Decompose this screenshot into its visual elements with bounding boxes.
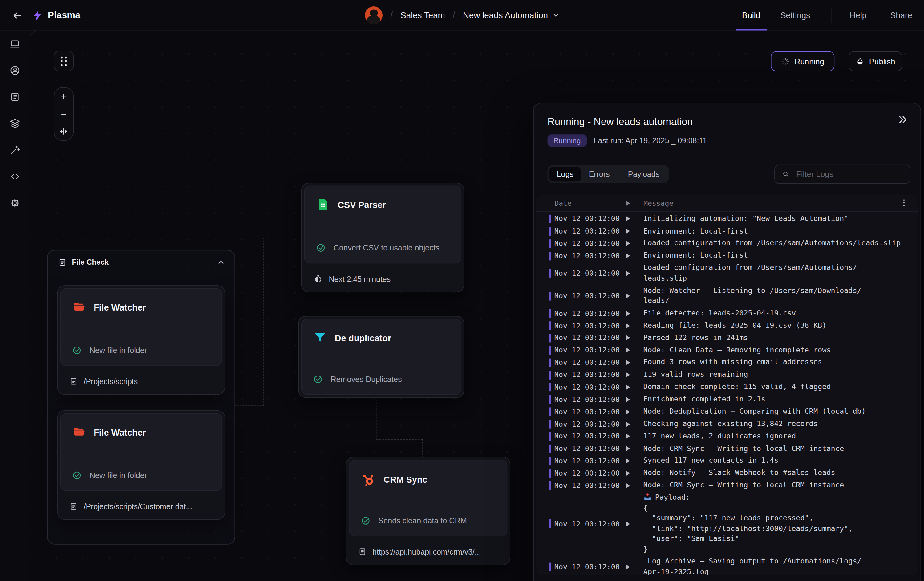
log-row[interactable]: Nov 12 00:12:00Checking against existing… [536,418,918,430]
row-expand-arrow[interactable] [626,348,630,352]
log-row[interactable]: Nov 12 00:12:00Node: CRM Sync — Writing … [536,443,918,455]
log-message: Synced 117 new contacts in 1.4s [644,456,779,466]
log-row[interactable]: Nov 12 00:12:00Loaded configuration from… [536,262,918,284]
row-expand-arrow[interactable] [626,271,630,276]
log-row[interactable]: Nov 12 00:12:00Enrichment completed in 2… [536,393,918,406]
filter-logs-field[interactable] [774,165,911,184]
breadcrumb-team[interactable]: Sales Team [400,10,445,20]
log-tabs: Logs Errors Payloads [547,165,669,183]
tab-build[interactable]: Build [742,0,761,30]
zoom-out-button[interactable]: − [54,106,73,123]
log-row[interactable]: Nov 12 00:12:00Reading file: leads-2025-… [536,319,918,332]
chevron-up-icon[interactable] [217,258,225,266]
row-expand-arrow[interactable] [626,385,630,390]
row-expand-arrow[interactable] [626,360,630,365]
log-row[interactable]: Nov 12 00:12:00Node: Clean Data — Removi… [536,344,918,357]
row-expand-arrow[interactable] [626,521,630,526]
app-logo[interactable]: Plasma [32,9,80,21]
row-expand-arrow[interactable] [626,397,630,402]
wand-icon[interactable] [9,144,20,155]
log-row-accent-bar [549,309,551,318]
share-button[interactable]: Share [890,10,912,20]
node-deduplicator[interactable]: De duplicator Removes Duplicates [298,316,464,398]
connector-dedup-crm [377,439,422,440]
filter-logs-input[interactable] [795,169,903,179]
help-button[interactable]: Help [850,10,867,20]
log-row[interactable]: Nov 12 00:12:00 Log Archive — Saving out… [536,556,918,576]
tab-settings[interactable]: Settings [780,10,810,20]
connector-dedup-crm [377,397,377,440]
log-message: 119 valid rows remaining [644,370,748,380]
log-row[interactable]: Nov 12 00:12:00Payload: { "summary": "11… [536,492,918,555]
log-row[interactable]: Nov 12 00:12:00119 valid rows remaining [536,369,918,381]
row-expand-arrow[interactable] [626,422,630,426]
node-csv-parser[interactable]: CSV Parser Convert CSV to usable objects… [301,183,464,292]
log-row[interactable]: Nov 12 00:12:00117 new leads, 2 duplicat… [536,430,918,443]
row-expand-arrow[interactable] [626,324,630,328]
row-expand-arrow[interactable] [626,216,630,221]
log-row[interactable]: Nov 12 00:12:00Parsed 122 rows in 241ms [536,332,918,344]
log-date: Nov 12 00:12:00 [554,358,620,367]
row-expand-arrow[interactable] [626,459,630,463]
app-window: + − Running Publish File Check [0,0,924,581]
user-icon[interactable] [9,65,20,76]
row-expand-arrow[interactable] [626,229,630,233]
row-expand-arrow[interactable] [626,254,630,258]
row-expand-arrow[interactable] [626,484,630,488]
publish-button[interactable]: Publish [848,51,902,71]
log-row[interactable]: Nov 12 00:12:00Domain check complete: 11… [536,381,918,393]
layers-icon[interactable] [9,118,20,129]
row-expand-arrow[interactable] [626,471,630,475]
running-status-button[interactable]: Running [771,51,835,71]
row-expand-arrow[interactable] [626,409,630,414]
log-row[interactable]: Nov 12 00:12:00Found 3 rows with missing… [536,357,918,369]
canvas-drag-handle[interactable] [54,51,74,71]
node-crm-sync[interactable]: CRM Sync Sends clean data to CRM https:/… [346,457,510,565]
zoom-in-button[interactable]: + [54,88,73,106]
log-row[interactable]: Nov 12 00:12:00Loaded configuration from… [536,238,918,250]
log-row[interactable]: Nov 12 00:12:00File detected: leads-2025… [536,307,918,319]
row-expand-arrow[interactable] [626,294,630,298]
row-expand-arrow[interactable] [626,564,630,569]
search-icon [782,170,790,179]
log-row[interactable]: Nov 12 00:12:00Synced 117 new contacts i… [536,455,918,467]
tab-logs[interactable]: Logs [549,167,581,182]
notes-icon[interactable] [9,91,20,102]
tab-errors[interactable]: Errors [581,167,617,182]
row-expand-arrow[interactable] [626,373,630,377]
node-file-watcher-2[interactable]: File Watcher New file in folder /Project… [57,410,225,520]
log-row[interactable]: Nov 12 00:12:00Node: Watcher — Listening… [536,285,918,307]
log-date: Nov 12 00:12:00 [554,457,620,465]
breadcrumb-automation[interactable]: New leads Automation [463,10,559,20]
log-row[interactable]: Nov 12 00:12:00Node: Notify — Slack Webh… [536,467,918,480]
outbox-tray-icon [644,493,652,501]
node-title: CSV Parser [338,200,386,210]
status-badge: Running [547,134,586,147]
log-row[interactable]: Nov 12 00:12:00Node: CRM Sync — Writing … [536,479,918,492]
row-expand-arrow[interactable] [626,241,630,246]
monitor-icon[interactable] [9,38,20,49]
log-row-accent-bar [549,407,551,416]
fit-width-button[interactable] [54,123,73,140]
row-expand-arrow[interactable] [626,434,630,439]
tab-payloads[interactable]: Payloads [620,167,667,182]
node-title: CRM Sync [384,474,427,484]
code-icon[interactable] [9,171,20,182]
settings-gear-icon[interactable] [9,198,20,208]
row-expand-arrow[interactable] [626,335,630,340]
collapse-panel-icon[interactable] [898,114,908,125]
log-row[interactable]: Nov 12 00:12:00Environment: Local-first [536,225,918,238]
log-row[interactable]: Nov 12 00:12:00Node: Deduplication — Com… [536,406,918,418]
avatar[interactable] [365,7,383,24]
log-message: Node: Deduplication — Comparing with CRM… [644,407,866,417]
log-row[interactable]: Nov 12 00:12:00Initializing automation: … [536,213,918,225]
back-button[interactable] [10,9,23,22]
row-expand-arrow[interactable] [626,311,630,316]
table-options-icon[interactable] [899,198,909,208]
log-row[interactable]: Nov 12 00:12:00Environment: Local-first [536,250,918,262]
node-file-watcher-1[interactable]: File Watcher New file in folder /Project… [57,285,225,395]
row-expand-arrow[interactable] [626,446,630,451]
column-message: Message [644,199,673,207]
log-message: Parsed 122 rows in 241ms [644,333,748,343]
log-date: Nov 12 00:12:00 [554,408,620,416]
